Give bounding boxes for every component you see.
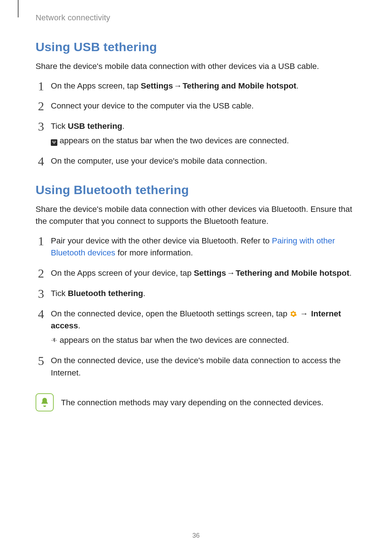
usb-intro: Share the device's mobile data connectio… — [36, 61, 356, 73]
usb-steps: On the Apps screen, tap Settings→Tetheri… — [36, 80, 356, 167]
svg-point-1 — [56, 340, 57, 341]
usb-step-3: Tick USB tethering. Ψ appears on the sta… — [36, 120, 356, 147]
bt-intro: Share the device's mobile data connectio… — [36, 204, 356, 227]
usb-step1-tethering: Tethering and Mobile hotspot — [183, 81, 296, 90]
bluetooth-tethering-status-icon — [51, 335, 57, 341]
arrow-icon: → — [299, 309, 309, 318]
svg-point-0 — [52, 340, 52, 341]
gear-icon — [290, 309, 297, 316]
bt-step-2: On the Apps screen of your device, tap S… — [36, 267, 356, 279]
bt-step3-suffix: . — [143, 289, 145, 298]
note-block: The connection methods may vary dependin… — [36, 393, 356, 411]
bt-step1-prefix: Pair your device with the other device v… — [51, 236, 272, 245]
header-tick — [18, 0, 19, 17]
bt-step2-tethering: Tethering and Mobile hotspot — [236, 268, 349, 278]
usb-step-1: On the Apps screen, tap Settings→Tetheri… — [36, 80, 356, 92]
bt-step3-prefix: Tick — [51, 289, 68, 298]
usb-step3-suffix: . — [122, 122, 124, 131]
note-bell-icon — [36, 393, 54, 411]
bt-step4-suffix: . — [78, 321, 80, 330]
usb-step1-settings: Settings — [141, 81, 173, 90]
bt-step3-term: Bluetooth tethering — [68, 289, 143, 298]
bt-steps: Pair your device with the other device v… — [36, 235, 356, 379]
usb-step3-term: USB tethering — [68, 122, 122, 131]
bt-step4-sub-text: appears on the status bar when the two d… — [57, 336, 289, 345]
breadcrumb: Network connectivity — [36, 13, 356, 22]
bt-step-5: On the connected device, use the device'… — [36, 354, 356, 379]
bt-step4-sub: appears on the status bar when the two d… — [51, 334, 356, 346]
note-text: The connection methods may vary dependin… — [61, 393, 323, 409]
usb-step3-sub: Ψ appears on the status bar when the two… — [51, 135, 356, 147]
usb-step3-sub-text: appears on the status bar when the two d… — [57, 136, 289, 145]
bt-step-3: Tick Bluetooth tethering. — [36, 287, 356, 300]
bt-step-1: Pair your device with the other device v… — [36, 235, 356, 259]
bt-step4-prefix: On the connected device, open the Blueto… — [51, 309, 290, 318]
usb-step-4: On the computer, use your device's mobil… — [36, 155, 356, 167]
arrow-icon: → — [226, 268, 236, 278]
usb-step-2: Connect your device to the computer via … — [36, 100, 356, 112]
usb-tethering-status-icon: Ψ — [51, 139, 57, 146]
heading-bt-tethering: Using Bluetooth tethering — [36, 183, 356, 197]
bt-step2-settings: Settings — [194, 268, 226, 278]
arrow-icon: → — [173, 81, 183, 90]
bt-step2-prefix: On the Apps screen of your device, tap — [51, 268, 194, 278]
usb-step1-prefix: On the Apps screen, tap — [51, 81, 141, 90]
heading-usb-tethering: Using USB tethering — [36, 40, 356, 54]
bt-step-4: On the connected device, open the Blueto… — [36, 308, 356, 346]
bt-step1-suffix: for more information. — [115, 248, 193, 257]
usb-step3-prefix: Tick — [51, 122, 68, 131]
page-number: 36 — [0, 532, 392, 539]
